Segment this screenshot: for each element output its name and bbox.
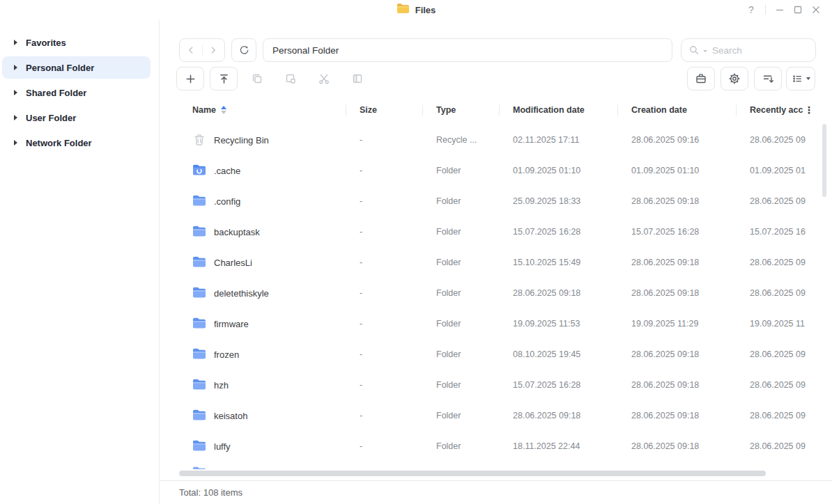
column-header-size[interactable]: Size xyxy=(346,100,422,120)
table-row[interactable]: backuptask - Folder 15.07.2025 16:28 15.… xyxy=(178,216,831,247)
name-cell: .config xyxy=(178,194,346,208)
forward-button[interactable] xyxy=(203,39,225,61)
horizontal-scrollbar-thumb[interactable] xyxy=(179,471,766,476)
sidebar-item[interactable]: Shared Folder xyxy=(2,81,151,104)
sidebar-item-label: Personal Folder xyxy=(26,63,94,73)
table-row[interactable]: .config - Folder 25.09.2025 18:33 28.06.… xyxy=(178,186,831,216)
recently-accessed-cell: 19.09.2025 11 xyxy=(736,319,831,329)
file-name-label: firmware xyxy=(214,319,249,329)
column-header-modification-date[interactable]: Modification date xyxy=(499,100,617,120)
size-cell: - xyxy=(346,411,422,420)
settings-gear-button[interactable] xyxy=(721,67,748,90)
window-controls: ? xyxy=(742,0,825,19)
table-row[interactable]: frozen - Folder 08.10.2025 19:45 28.06.2… xyxy=(178,339,831,370)
column-header-recently-accessed[interactable]: Recently acc xyxy=(736,100,831,120)
history-nav-group xyxy=(179,38,225,62)
copy-button[interactable] xyxy=(243,67,271,90)
modification-date-cell: 28.06.2025 09:18 xyxy=(499,411,617,420)
name-cell: .cache xyxy=(178,164,346,178)
new-item-button[interactable] xyxy=(176,67,204,90)
folder-icon xyxy=(192,317,206,331)
expand-caret-icon[interactable] xyxy=(14,40,17,45)
duplicate-button[interactable] xyxy=(344,67,371,90)
creation-date-cell: 28.06.2025 09:16 xyxy=(617,135,736,145)
expand-caret-icon[interactable] xyxy=(14,115,17,120)
close-button[interactable] xyxy=(807,1,825,18)
table-row[interactable]: Recycling Bin - Recycle ... 02.11.2025 1… xyxy=(178,125,831,155)
type-cell: Folder xyxy=(422,349,499,359)
type-cell: Folder xyxy=(422,227,499,237)
cut-button[interactable] xyxy=(310,67,338,90)
modification-date-cell: 02.11.2025 17:11 xyxy=(499,135,617,145)
vertical-scrollbar-thumb[interactable] xyxy=(822,124,826,197)
type-cell: Folder xyxy=(422,166,499,175)
name-cell: backuptask xyxy=(178,225,346,239)
table-row[interactable]: firmware - Folder 19.09.2025 11:53 19.09… xyxy=(178,308,831,339)
size-cell: - xyxy=(346,441,422,451)
file-name-label: keisatoh xyxy=(214,411,247,421)
name-cell: firmware xyxy=(178,317,346,331)
column-header-creation-date[interactable]: Creation date xyxy=(617,100,736,120)
sidebar-item[interactable]: User Folder xyxy=(2,107,151,129)
back-button[interactable] xyxy=(180,39,202,61)
modification-date-cell: 25.09.2025 18:33 xyxy=(499,196,617,206)
table-row[interactable]: luffy - Folder 18.11.2025 22:44 28.06.20… xyxy=(178,431,831,462)
maximize-button[interactable] xyxy=(789,1,807,18)
creation-date-cell: 28.06.2025 09:18 xyxy=(617,380,736,390)
modification-date-cell: 18.11.2025 22:44 xyxy=(499,441,617,451)
file-name-label: hzh xyxy=(214,380,229,391)
folder-icon xyxy=(192,255,206,269)
help-button[interactable]: ? xyxy=(742,1,760,18)
table-row[interactable]: .cache - Folder 01.09.2025 01:10 01.09.2… xyxy=(178,155,831,186)
search-box[interactable] xyxy=(681,38,816,62)
column-label: Size xyxy=(360,105,377,115)
column-label: Name xyxy=(192,105,216,115)
modification-date-cell: 19.09.2025 11:53 xyxy=(499,319,617,329)
minimize-button[interactable] xyxy=(771,1,789,18)
folder-icon xyxy=(192,378,206,392)
status-bar: Total: 108 items xyxy=(160,480,832,504)
toolbox-button[interactable] xyxy=(687,67,715,90)
size-cell: - xyxy=(346,135,422,145)
sidebar-item[interactable]: Favorites xyxy=(2,31,151,54)
window-title: Files xyxy=(415,5,436,15)
sort-button[interactable] xyxy=(754,67,782,90)
file-name-label: .cache xyxy=(214,166,240,176)
table-row[interactable]: CharlesLi - Folder 15.10.2025 15:49 28.0… xyxy=(178,247,831,278)
name-cell: deletethiskyle xyxy=(178,286,346,300)
size-cell: - xyxy=(346,258,422,267)
table-row[interactable]: deletethiskyle - Folder 28.06.2025 09:18… xyxy=(178,278,831,308)
table-row[interactable]: hzh - Folder 15.07.2025 16:28 28.06.2025… xyxy=(178,370,831,400)
expand-caret-icon[interactable] xyxy=(14,90,17,95)
name-cell: CharlesLi xyxy=(178,255,346,269)
upload-button[interactable] xyxy=(210,67,238,90)
column-header-name[interactable]: Name xyxy=(178,100,346,120)
path-input[interactable] xyxy=(263,38,672,62)
type-cell: Folder xyxy=(422,258,499,267)
refresh-button[interactable] xyxy=(231,38,256,62)
sidebar-item[interactable]: Network Folder xyxy=(2,132,151,154)
recently-accessed-cell: 28.06.2025 09 xyxy=(736,411,831,420)
sidebar-item-label: Shared Folder xyxy=(26,88,86,98)
column-options-menu-icon[interactable]: ⋮ xyxy=(802,100,816,120)
folder-icon xyxy=(192,409,206,423)
search-scope-caret-icon[interactable] xyxy=(703,50,707,52)
sidebar-item[interactable]: Personal Folder xyxy=(2,56,151,79)
search-input[interactable] xyxy=(712,45,808,56)
file-list: Recycling Bin - Recycle ... 02.11.2025 1… xyxy=(178,125,831,462)
size-cell: - xyxy=(346,319,422,329)
creation-date-cell: 28.06.2025 09:18 xyxy=(617,258,736,267)
view-mode-button[interactable] xyxy=(786,67,815,90)
column-label: Modification date xyxy=(513,105,585,115)
content-pane: Name Size Type Modification date Creatio… xyxy=(160,19,832,504)
recently-accessed-cell: 28.06.2025 09 xyxy=(736,196,831,206)
folder-icon xyxy=(192,347,206,361)
modification-date-cell: 28.06.2025 09:18 xyxy=(499,288,617,298)
column-header-type[interactable]: Type xyxy=(422,100,499,120)
file-name-label: Recycling Bin xyxy=(214,135,269,145)
table-row[interactable]: keisatoh - Folder 28.06.2025 09:18 28.06… xyxy=(178,400,831,431)
type-cell: Folder xyxy=(422,380,499,390)
paste-button[interactable] xyxy=(277,67,305,90)
expand-caret-icon[interactable] xyxy=(14,65,17,70)
expand-caret-icon[interactable] xyxy=(14,140,17,145)
